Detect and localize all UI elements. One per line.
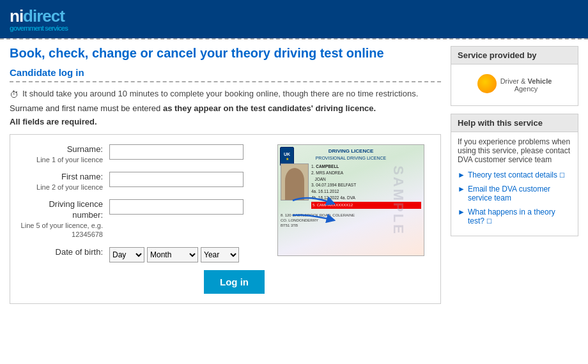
year-select[interactable]: Year195019601970198019851990199520002005: [201, 247, 239, 262]
service-box-title: Service provided by: [451, 47, 578, 64]
surname-row: Surname: Line 1 of your licence: [17, 144, 271, 164]
link-arrow-icon3: ►: [458, 208, 465, 216]
email-link-text: Email the DVA customer service team: [468, 185, 571, 202]
required-text: All fields are required.: [10, 117, 441, 126]
month-select[interactable]: MonthJanuaryFebruaryMarchAprilMayJuneJul…: [147, 247, 198, 262]
licence-subheader: PROVISIONAL DRIVING LICENCE: [278, 156, 424, 160]
firstname-label: First name: Line 2 of your licence: [17, 172, 109, 192]
logo-text: nidirect government services: [10, 6, 68, 32]
licence-header: DRIVING LICENCE: [278, 146, 424, 156]
surname-label: Surname: Line 1 of your licence: [17, 144, 109, 164]
sidebar: Service provided by Driver & Vehicle Age…: [451, 46, 578, 314]
external-icon: ☐: [559, 172, 565, 179]
licence-input[interactable]: [109, 199, 244, 215]
form-fields: Surname: Line 1 of your licence First na…: [17, 144, 271, 294]
logo-direct: direct: [23, 6, 65, 26]
logo: nidirect government services: [10, 6, 68, 32]
main-container: Book, check, change or cancel your theor…: [0, 40, 588, 320]
logo-sub: government services: [10, 24, 68, 32]
firstname-input[interactable]: [109, 172, 244, 187]
day-select[interactable]: Day1234567891011121314151617181920212223…: [109, 247, 144, 262]
info-text: It should take you around 10 minutes to …: [22, 89, 418, 98]
form-footer: Log in: [17, 270, 271, 294]
theory-info-link-text: What happens in a theory test? ☐: [468, 208, 571, 225]
external-icon2: ☐: [486, 218, 492, 225]
dob-label: Date of birth:: [17, 247, 109, 257]
dva-dot-icon: [477, 74, 497, 93]
content: Book, check, change or cancel your theor…: [10, 46, 441, 314]
help-content: If you experience problems when using th…: [451, 132, 578, 236]
sidebar-logo: Driver & Vehicle Agency: [451, 64, 578, 105]
form-box: Surname: Line 1 of your licence First na…: [10, 134, 441, 304]
service-box: Service provided by Driver & Vehicle Age…: [451, 46, 578, 106]
page-title: Book, check, change or cancel your theor…: [10, 46, 441, 61]
info-row: ⏱ It should take you around 10 minutes t…: [10, 89, 441, 100]
licence-note-normal: Surname and first name must be entered: [10, 103, 163, 113]
link-arrow-icon2: ►: [458, 185, 465, 193]
header: nidirect government services: [0, 0, 588, 38]
help-box-title: Help with this service: [451, 114, 578, 132]
licence-note-bold: as they appear on the test candidates' d…: [163, 103, 376, 113]
clock-icon: ⏱: [10, 89, 19, 100]
dva-logo: Driver & Vehicle Agency: [477, 74, 552, 96]
email-dva-link[interactable]: ► Email the DVA customer service team: [458, 185, 571, 202]
theory-test-contact-link[interactable]: ► Theory test contact details ☐: [458, 171, 571, 179]
dob-selects: Day1234567891011121314151617181920212223…: [109, 247, 239, 262]
dva-agency: Agency: [500, 85, 552, 93]
link-arrow-icon: ►: [458, 171, 465, 179]
help-box: Help with this service If you experience…: [451, 114, 578, 236]
licence-note: Surname and first name must be entered a…: [10, 103, 441, 113]
arrow2: [290, 209, 341, 230]
licence-card: UK ★ DRIVING LICENCE PROVISIONAL DRIVING…: [277, 144, 424, 256]
section-title: Candidate log in: [10, 67, 441, 82]
licence-label: Driving licence number: Line 5 of your l…: [17, 199, 109, 239]
theory-test-info-link[interactable]: ► What happens in a theory test? ☐: [458, 208, 571, 225]
login-button[interactable]: Log in: [204, 270, 265, 294]
help-text: If you experience problems when using th…: [458, 137, 571, 164]
firstname-row: First name: Line 2 of your licence: [17, 172, 271, 192]
surname-input[interactable]: [109, 144, 244, 160]
logo-ni: ni: [10, 6, 23, 26]
licence-image: UK ★ DRIVING LICENCE PROVISIONAL DRIVING…: [277, 144, 431, 294]
theory-test-link-text: Theory test contact details ☐: [468, 171, 565, 179]
dob-row: Date of birth: Day1234567891011121314151…: [17, 247, 271, 262]
licence-row: Driving licence number: Line 5 of your l…: [17, 199, 271, 239]
